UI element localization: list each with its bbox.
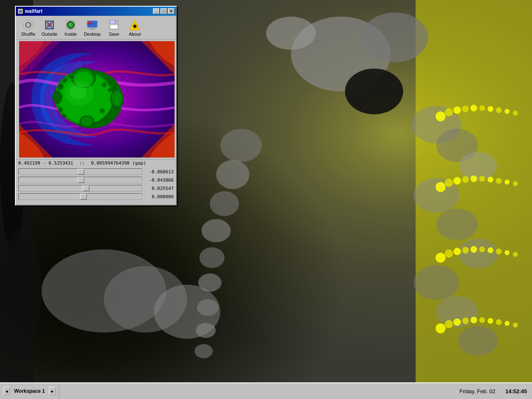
- svg-point-118: [70, 84, 86, 99]
- taskbar-datetime: Friday, Feb. 02 14:52:45: [459, 388, 527, 394]
- svg-point-124: [127, 94, 128, 95]
- slider-value-4: 0.000000: [145, 194, 174, 200]
- svg-point-18: [154, 285, 220, 339]
- preview-area[interactable]: [19, 41, 175, 158]
- desktop-label: Desktop: [84, 32, 101, 37]
- workspace-arrow-right[interactable]: ►: [49, 387, 56, 395]
- save-button[interactable]: Save: [104, 17, 124, 37]
- svg-point-58: [436, 323, 446, 333]
- preview-canvas: [19, 41, 175, 158]
- svg-point-65: [496, 319, 502, 325]
- svg-point-25: [414, 265, 459, 300]
- minimize-button[interactable]: _: [153, 8, 160, 14]
- slider-thumb-3[interactable]: [83, 185, 89, 191]
- slider-thumb-2[interactable]: [78, 177, 84, 183]
- svg-point-4: [362, 12, 428, 62]
- window-title: wallfart: [25, 8, 42, 14]
- svg-point-105: [52, 91, 62, 104]
- svg-point-114: [58, 107, 63, 112]
- svg-point-79: [68, 22, 73, 27]
- slider-row-2: -0.843066: [18, 177, 174, 183]
- window-icon: W: [17, 8, 23, 14]
- svg-point-49: [445, 249, 453, 258]
- svg-point-137: [85, 134, 86, 135]
- svg-point-122: [51, 93, 52, 94]
- slider-row-4: 0.000000: [18, 193, 174, 200]
- slider-track-1[interactable]: [18, 168, 142, 175]
- slider-track-3[interactable]: [18, 185, 142, 192]
- inside-icon: [64, 18, 77, 32]
- desktop-button[interactable]: Desktop: [81, 17, 103, 37]
- svg-point-43: [479, 176, 485, 182]
- svg-point-115: [62, 114, 66, 118]
- svg-point-53: [479, 246, 485, 252]
- svg-point-6: [345, 69, 403, 114]
- maximize-button[interactable]: □: [160, 8, 167, 14]
- svg-point-123: [124, 99, 126, 100]
- svg-point-70: [0, 229, 42, 353]
- svg-point-5: [266, 17, 316, 50]
- svg-point-33: [479, 105, 485, 111]
- slider-track-2[interactable]: [18, 177, 142, 183]
- taskbar: ◄ Workspace 1 ► Friday, Feb. 02 14:52:45: [0, 382, 532, 399]
- svg-point-7: [220, 129, 262, 162]
- svg-point-9: [210, 191, 239, 216]
- svg-point-66: [505, 321, 510, 326]
- svg-point-57: [513, 252, 518, 257]
- title-bar: W wallfart _ □ ✕: [16, 7, 176, 16]
- svg-point-134: [118, 90, 120, 92]
- svg-point-120: [46, 95, 47, 96]
- svg-rect-90: [115, 21, 116, 23]
- svg-point-59: [445, 320, 453, 328]
- svg-point-62: [470, 317, 477, 323]
- svg-point-121: [49, 104, 50, 105]
- svg-point-48: [436, 253, 446, 263]
- svg-point-130: [86, 131, 87, 133]
- svg-point-45: [496, 178, 502, 184]
- svg-point-36: [505, 109, 510, 114]
- svg-point-131: [90, 129, 91, 130]
- svg-text:★: ★: [132, 23, 138, 30]
- shuffle-button[interactable]: Shuffle: [18, 17, 38, 37]
- about-label: About: [129, 32, 141, 37]
- workspace-arrow-left[interactable]: ◄: [3, 387, 10, 395]
- svg-point-109: [58, 84, 64, 90]
- about-button[interactable]: ★ About: [125, 17, 145, 37]
- sliders-area: -0.868613 -0.843066 0.025547 0.000000: [16, 167, 176, 205]
- slider-track-4[interactable]: [18, 193, 142, 200]
- desktop-icon: [86, 18, 99, 32]
- svg-point-39: [445, 179, 453, 187]
- toolbar: Shuffle Outside: [16, 16, 176, 39]
- svg-rect-84: [89, 29, 96, 30]
- svg-point-23: [436, 209, 478, 240]
- svg-point-60: [453, 318, 461, 326]
- slider-thumb-1[interactable]: [78, 169, 84, 175]
- svg-point-29: [445, 108, 453, 116]
- svg-point-31: [462, 106, 469, 112]
- svg-point-24: [458, 239, 498, 268]
- svg-point-129: [81, 130, 82, 131]
- svg-point-128: [87, 66, 89, 67]
- inside-label: Inside: [64, 32, 76, 37]
- slider-value-1: -0.868613: [145, 169, 174, 175]
- slider-thumb-4[interactable]: [80, 194, 87, 200]
- outside-button[interactable]: Outside: [39, 17, 60, 37]
- svg-point-41: [462, 176, 469, 183]
- svg-point-30: [453, 106, 461, 114]
- slider-value-2: -0.843066: [145, 177, 174, 183]
- status-bar: 0.492199 - 0.525343i :: 0.005994764398 (…: [16, 159, 176, 167]
- svg-point-40: [453, 177, 461, 185]
- svg-point-44: [488, 177, 493, 182]
- svg-point-113: [108, 88, 112, 92]
- svg-point-27: [458, 326, 498, 356]
- svg-point-54: [488, 247, 493, 253]
- title-bar-left: W wallfart: [17, 8, 42, 14]
- svg-point-132: [52, 90, 53, 92]
- svg-point-125: [126, 105, 127, 106]
- svg-point-10: [202, 219, 231, 242]
- svg-point-47: [513, 181, 518, 186]
- svg-point-64: [488, 318, 493, 324]
- close-button[interactable]: ✕: [168, 8, 175, 14]
- svg-point-127: [82, 64, 83, 65]
- inside-button[interactable]: Inside: [61, 17, 81, 37]
